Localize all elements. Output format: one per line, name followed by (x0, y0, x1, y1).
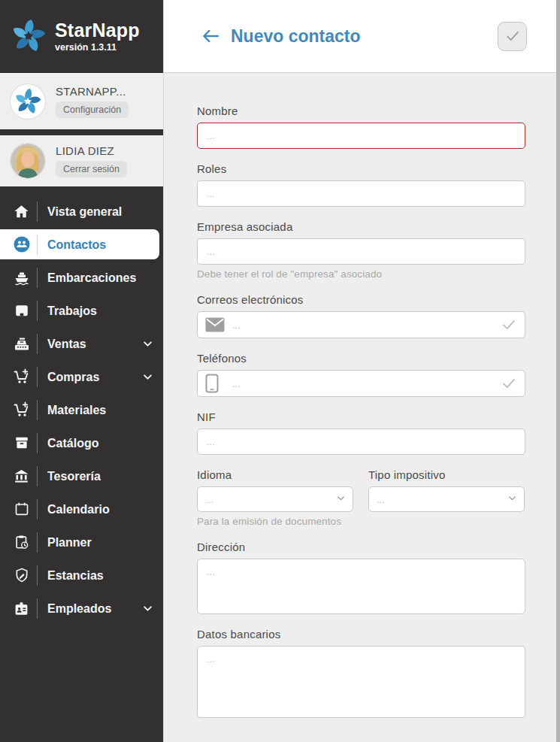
cart-plus-icon (11, 401, 32, 419)
sidebar-item-planner[interactable]: Planner (0, 525, 163, 559)
chevron-down-icon (142, 371, 153, 383)
chevron-down-icon (336, 493, 346, 505)
nombre-input[interactable] (197, 123, 525, 149)
empresa-helper-text: Debe tener el rol de "empresa" asociado (197, 268, 525, 280)
idioma-label: Idioma (197, 468, 353, 481)
calendar-icon (11, 500, 32, 518)
sidebar-item-estancias[interactable]: Estancias (0, 559, 163, 592)
chevron-down-icon (142, 338, 153, 350)
sidebar-item-label: Estancias (37, 565, 104, 586)
page-header: Nuevo contacto (164, 0, 560, 73)
sidebar-item-label: Materiales (37, 400, 106, 420)
datos-bancarios-label: Datos bancarios (197, 628, 525, 641)
sidebar-item-label: Calendario (37, 499, 110, 519)
cerrar-sesion-button[interactable]: Cerrar sesión (56, 161, 127, 177)
sidebar: StarNapp versión 1.3.11 STA (0, 0, 164, 742)
idioma-value: ... (205, 494, 213, 505)
sidebar-item-label: Planner (37, 532, 92, 553)
check-icon (504, 28, 521, 44)
telefonos-input[interactable] (197, 370, 525, 397)
sidebar-item-label: Ventas (37, 334, 86, 354)
correos-input[interactable] (197, 311, 525, 338)
nif-input[interactable] (197, 429, 525, 455)
sidebar-item-compras[interactable]: Compras (0, 360, 163, 393)
field-idioma: Idioma ... Para la emisión de documentos (197, 468, 353, 527)
field-direccion: Dirección (197, 541, 525, 614)
nombre-label: Nombre (197, 104, 525, 117)
field-roles: Roles (197, 162, 525, 207)
field-correos: Correos electrónicos (197, 293, 525, 338)
empresa-input[interactable] (197, 238, 525, 265)
sidebar-item-materiales[interactable]: Materiales (0, 393, 163, 426)
roles-label: Roles (197, 162, 525, 175)
user-photo (11, 144, 45, 178)
contacts-icon (11, 235, 32, 253)
app-window: StarNapp versión 1.3.11 STA (0, 0, 560, 742)
field-datos-bancarios: Datos bancarios (197, 628, 525, 718)
sidebar-item-label: Trabajos (37, 301, 97, 321)
field-tipo-impositivo: Tipo impositivo ... (368, 468, 525, 527)
starnapp-logo-icon (14, 88, 41, 115)
telefonos-label: Teléfonos (197, 352, 525, 365)
idioma-helper-text: Para la emisión de documentos (197, 516, 353, 527)
brand: StarNapp versión 1.3.11 (0, 0, 163, 73)
shield-pencil-icon (11, 566, 32, 584)
new-contact-form: Nombre Roles Empresa asociada Debe tener… (197, 104, 525, 718)
check-icon[interactable] (501, 375, 517, 392)
direccion-label: Dirección (197, 541, 525, 553)
form-content: Nombre Roles Empresa asociada Debe tener… (164, 73, 560, 742)
back-arrow-icon[interactable] (201, 26, 220, 46)
chevron-down-icon (142, 603, 153, 614)
datos-bancarios-textarea[interactable] (197, 646, 525, 718)
company-account: STARNAPP... Configuración (0, 73, 163, 129)
sidebar-item-vista-general[interactable]: Vista general (0, 195, 163, 228)
clipboard-clock-icon (11, 533, 32, 551)
field-nif: NIF (197, 410, 525, 455)
sidebar-item-label: Vista general (37, 201, 122, 222)
phone-icon (205, 374, 219, 393)
company-name: STARNAPP... (56, 85, 129, 98)
configuracion-button[interactable]: Configuración (56, 101, 129, 118)
user-account: LIDIA DIEZ Cerrar sesión (0, 135, 163, 186)
save-button[interactable] (498, 22, 527, 51)
vertical-scrollbar[interactable] (556, 0, 560, 742)
direccion-textarea[interactable] (197, 559, 525, 614)
page-title: Nuevo contacto (231, 26, 361, 47)
sidebar-item-calendario[interactable]: Calendario (0, 492, 163, 525)
ship-icon (11, 268, 32, 286)
nif-label: NIF (197, 410, 525, 423)
sidebar-item-label: Tesorería (37, 466, 101, 486)
home-icon (11, 202, 32, 220)
starnapp-logo-icon (11, 19, 46, 53)
cart-plus-icon (11, 368, 32, 386)
check-icon[interactable] (501, 316, 517, 333)
empresa-label: Empresa asociada (197, 220, 525, 233)
sidebar-item-label: Compras (37, 367, 99, 387)
field-telefonos: Teléfonos (197, 352, 525, 397)
sidebar-item-label: Catálogo (37, 433, 98, 453)
sidebar-item-empleados[interactable]: Empleados (0, 592, 163, 625)
sidebar-item-label: Empleados (37, 598, 111, 619)
tipo-impositivo-label: Tipo impositivo (368, 468, 525, 481)
sidebar-item-catalogo[interactable]: Catálogo (0, 426, 163, 459)
archive-box-icon (11, 434, 32, 452)
work-icon (11, 301, 32, 320)
app-name: StarNapp (55, 20, 140, 41)
correos-label: Correos electrónicos (197, 293, 525, 306)
idioma-select[interactable]: ... (197, 486, 353, 512)
field-nombre: Nombre (197, 104, 525, 149)
id-badge-icon (11, 599, 32, 617)
user-name: LIDIA DIEZ (56, 144, 127, 157)
sidebar-item-embarcaciones[interactable]: Embarcaciones (0, 261, 163, 294)
email-icon (205, 317, 225, 332)
roles-input[interactable] (197, 180, 525, 207)
field-empresa-asociada: Empresa asociada Debe tener el rol de "e… (197, 220, 525, 280)
tipo-impositivo-value: ... (377, 494, 385, 505)
bank-icon (11, 467, 32, 485)
sidebar-item-contactos[interactable]: Contactos (0, 229, 159, 259)
sidebar-item-tesoreria[interactable]: Tesorería (0, 459, 163, 492)
tipo-impositivo-select[interactable]: ... (368, 486, 525, 512)
sidebar-item-trabajos[interactable]: Trabajos (0, 294, 163, 327)
sidebar-item-ventas[interactable]: Ventas (0, 327, 163, 360)
sidebar-item-label: Embarcaciones (37, 268, 136, 288)
